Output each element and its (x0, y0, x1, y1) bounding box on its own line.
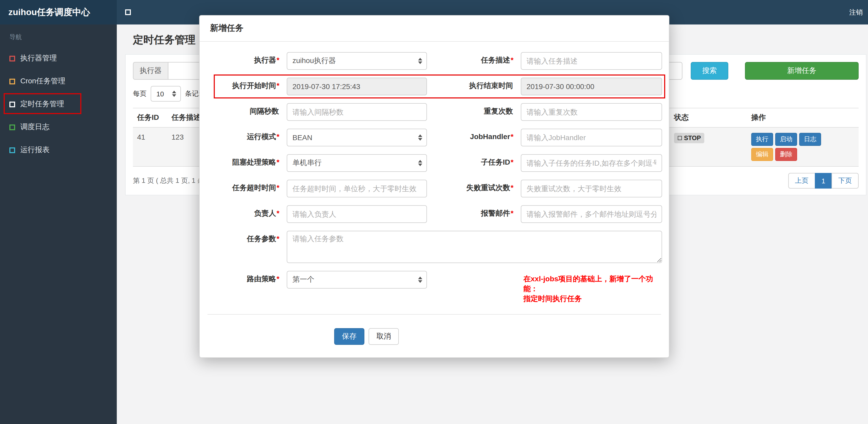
repeat-count-input[interactable] (521, 103, 662, 121)
delete-button[interactable]: 删除 (775, 148, 797, 161)
owner-input[interactable] (287, 205, 427, 223)
sidebar-item-run-report[interactable]: 运行报表 (0, 138, 117, 161)
executor-filter-addon: 执行器 (133, 62, 168, 80)
header-operations: 操作 (747, 108, 859, 127)
per-page-value: 10 (156, 90, 164, 98)
logout-link[interactable]: 注销 (844, 0, 868, 25)
block-strategy-select-value: 单机串行 (292, 158, 322, 168)
app-root: zuihou任务调度中心 注销 导航 执行器管理 Cron任务管理 定时任务管理… (0, 0, 868, 424)
job-desc-input[interactable] (521, 52, 662, 70)
child-job-id-label: 子任务ID* (427, 154, 521, 167)
modal-footer: 保存 取消 (208, 315, 661, 357)
search-button[interactable]: 搜索 (691, 62, 728, 80)
timeout-label: 任务超时时间* (208, 180, 287, 193)
select-caret-icon (418, 58, 422, 64)
jobhandler-input[interactable] (521, 129, 662, 146)
sidebar-nav-label: 导航 (0, 25, 117, 47)
interval-label: 间隔秒数 (208, 103, 287, 116)
save-button[interactable]: 保存 (334, 328, 364, 345)
header-status: 状态 (670, 108, 747, 127)
select-caret-icon (172, 91, 176, 97)
status-text: STOP (684, 134, 701, 142)
select-caret-icon (418, 276, 422, 283)
sidebar-item-label: 定时任务管理 (20, 99, 64, 109)
add-task-modal: 新增任务 执行器* zuihou执行器 任务描述* (199, 15, 670, 358)
route-strategy-label: 路由策略* (208, 271, 287, 284)
pagination-controls: 上页 1 下页 (788, 173, 859, 189)
sidebar-item-label: 执行器管理 (20, 54, 57, 63)
fail-retry-label: 失败重试次数* (427, 180, 521, 193)
sidebar: 导航 执行器管理 Cron任务管理 定时任务管理 调度日志 运行报表 (0, 25, 117, 424)
white-square-icon (9, 101, 15, 107)
child-job-id-input[interactable] (521, 154, 662, 172)
select-caret-icon (418, 134, 422, 141)
route-strategy-select[interactable]: 第一个 (287, 271, 427, 289)
feature-note-line1: 在xxl-jobs项目的基础上，新增了一个功能： (523, 274, 661, 294)
start-time-label: 执行开始时间* (208, 77, 287, 91)
repeat-count-label: 重复次数 (427, 103, 521, 116)
executor-select[interactable]: zuihou执行器 (287, 52, 427, 70)
orange-square-icon (9, 78, 15, 84)
header-job-id: 任务ID (133, 108, 167, 127)
job-param-textarea[interactable] (287, 231, 662, 263)
page-1-button[interactable]: 1 (815, 173, 832, 189)
modal-title: 新增任务 (210, 24, 244, 32)
alarm-email-label: 报警邮件* (427, 205, 521, 218)
job-param-label: 任务参数* (208, 231, 287, 244)
alarm-email-input[interactable] (521, 205, 662, 223)
job-desc-label: 任务描述* (427, 52, 521, 65)
cell-operations: 执行 启动 日志 编辑 删除 (747, 127, 859, 166)
timeout-input[interactable] (287, 180, 427, 197)
run-mode-select[interactable]: BEAN (287, 129, 427, 146)
action-buttons: 执行 启动 日志 编辑 删除 (751, 133, 824, 161)
cancel-button[interactable]: 取消 (369, 328, 399, 345)
status-badge: STOP (674, 133, 705, 143)
end-time-input[interactable] (521, 77, 662, 95)
select-caret-icon (418, 160, 422, 166)
modal-header: 新增任务 (200, 15, 669, 42)
add-task-button[interactable]: 新增任务 (745, 62, 859, 80)
per-page-prefix: 每页 (133, 89, 147, 98)
interval-input[interactable] (287, 103, 427, 121)
executor-select-value: zuihou执行器 (292, 56, 336, 66)
owner-label: 负责人* (208, 205, 287, 218)
feature-note-line2: 指定时间执行任务 (523, 294, 661, 304)
per-page-select[interactable]: 10 (151, 86, 181, 102)
green-square-icon (9, 124, 15, 130)
end-time-label: 执行结束时间 (427, 77, 521, 91)
fail-retry-input[interactable] (521, 180, 662, 197)
red-square-icon (9, 56, 15, 61)
brand-title: zuihou任务调度中心 (0, 0, 117, 25)
sidebar-item-executor-manage[interactable]: 执行器管理 (0, 47, 117, 70)
jobhandler-label: JobHandler* (427, 129, 521, 141)
run-mode-label: 运行模式* (208, 129, 287, 142)
cyan-square-icon (9, 147, 15, 153)
edit-button[interactable]: 编辑 (751, 148, 773, 161)
next-page-button[interactable]: 下页 (832, 173, 859, 189)
menu-toggle-icon[interactable] (125, 9, 131, 15)
sidebar-item-cron-task[interactable]: Cron任务管理 (0, 70, 117, 93)
log-button[interactable]: 日志 (799, 133, 821, 146)
block-strategy-select[interactable]: 单机串行 (287, 154, 427, 172)
start-button[interactable]: 启动 (775, 133, 797, 146)
start-time-input[interactable] (287, 77, 427, 95)
sidebar-item-label: 调度日志 (20, 122, 50, 132)
modal-body: 执行器* zuihou执行器 任务描述* 执行开始时间* (200, 42, 669, 357)
prev-page-button[interactable]: 上页 (788, 173, 815, 189)
square-icon (678, 136, 682, 140)
feature-note: 在xxl-jobs项目的基础上，新增了一个功能： 指定时间执行任务 (523, 271, 661, 304)
sidebar-item-dispatch-log[interactable]: 调度日志 (0, 116, 117, 138)
sidebar-item-label: 运行报表 (20, 145, 50, 155)
sidebar-item-scheduled-task[interactable]: 定时任务管理 (0, 93, 117, 116)
block-strategy-label: 阻塞处理策略* (208, 154, 287, 167)
route-strategy-select-value: 第一个 (292, 275, 314, 284)
cell-status: STOP (670, 127, 747, 166)
run-mode-select-value: BEAN (292, 133, 312, 142)
cell-job-id: 41 (133, 127, 167, 166)
sidebar-item-label: Cron任务管理 (20, 76, 65, 86)
executor-label: 执行器* (208, 52, 287, 65)
execute-button[interactable]: 执行 (751, 133, 773, 146)
